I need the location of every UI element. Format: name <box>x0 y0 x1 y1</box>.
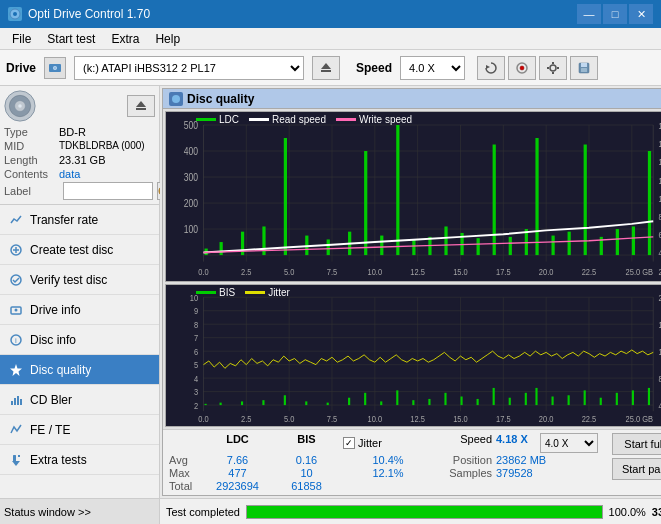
settings-button[interactable] <box>539 56 567 80</box>
transfer-rate-icon <box>8 212 24 228</box>
start-buttons: Start full Start part <box>612 433 661 480</box>
main-layout: Type BD-R MID TDKBLDRBA (000) Length 23.… <box>0 86 661 524</box>
svg-rect-181 <box>552 397 554 406</box>
total-bis: 61858 <box>274 480 339 492</box>
create-test-disc-icon <box>8 242 24 258</box>
max-ldc: 477 <box>205 467 270 479</box>
minimize-button[interactable]: — <box>577 4 601 24</box>
sidebar-item-fe-te[interactable]: FE / TE <box>0 415 159 445</box>
menu-help[interactable]: Help <box>147 30 188 48</box>
ldc-chart-svg: 500 400 300 200 100 18X 16X 14X 12X 10X … <box>166 112 661 281</box>
svg-text:22.5: 22.5 <box>582 415 597 425</box>
svg-rect-169 <box>364 393 366 405</box>
svg-text:400: 400 <box>184 145 198 157</box>
stats-empty <box>169 433 201 453</box>
close-button[interactable]: ✕ <box>629 4 653 24</box>
svg-text:100: 100 <box>184 223 198 235</box>
jitter-check[interactable]: ✓ Jitter <box>343 433 433 453</box>
verify-test-disc-icon <box>8 272 24 288</box>
svg-rect-165 <box>284 395 286 405</box>
svg-rect-35 <box>11 401 13 405</box>
maximize-button[interactable]: □ <box>603 4 627 24</box>
svg-rect-107 <box>552 236 555 256</box>
menu-file[interactable]: File <box>4 30 39 48</box>
nav-label-create-test-disc: Create test disc <box>30 243 113 257</box>
title-bar: Opti Drive Control 1.70 — □ ✕ <box>0 0 661 28</box>
svg-rect-6 <box>321 70 331 72</box>
svg-text:17.5: 17.5 <box>496 415 511 425</box>
bottom-status-bar: Test completed 100.0% 33:15 <box>160 498 661 524</box>
svg-rect-111 <box>616 229 619 255</box>
disc-contents-label: Contents <box>4 168 59 180</box>
sidebar-item-extra-tests[interactable]: Extra tests <box>0 445 159 475</box>
cd-bler-icon <box>8 392 24 408</box>
nav-label-disc-info: Disc info <box>30 333 76 347</box>
svg-text:4: 4 <box>194 374 199 384</box>
eject-button[interactable] <box>312 56 340 80</box>
drive-label: Drive <box>6 61 36 75</box>
samples-label: Samples <box>437 467 492 479</box>
disc-button[interactable] <box>508 56 536 80</box>
svg-point-42 <box>172 95 180 103</box>
svg-point-4 <box>54 67 56 69</box>
disc-quality-panel: Disc quality LDC Read speed Write speed <box>162 88 661 496</box>
sidebar-item-transfer-rate[interactable]: Transfer rate <box>0 205 159 235</box>
sidebar-item-verify-test-disc[interactable]: Verify test disc <box>0 265 159 295</box>
stats-max-row: Max 477 10 12.1% Samples 379528 <box>169 467 598 479</box>
sidebar-item-create-test-disc[interactable]: Create test disc <box>0 235 159 265</box>
sidebar-item-cd-bler[interactable]: CD Bler <box>0 385 159 415</box>
menu-extra[interactable]: Extra <box>103 30 147 48</box>
svg-text:17.5: 17.5 <box>496 266 511 277</box>
svg-text:25.0 GB: 25.0 GB <box>626 415 653 425</box>
svg-rect-113 <box>648 151 651 255</box>
save-button[interactable] <box>570 56 598 80</box>
svg-rect-14 <box>557 67 559 69</box>
svg-text:12.5: 12.5 <box>410 415 425 425</box>
app-icon <box>8 7 22 21</box>
avg-jitter: 10.4% <box>343 454 433 466</box>
disc-label-input[interactable] <box>63 182 153 200</box>
svg-text:2.5: 2.5 <box>241 415 252 425</box>
svg-rect-13 <box>547 67 549 69</box>
svg-rect-180 <box>535 388 537 405</box>
sidebar-item-disc-info[interactable]: i Disc info <box>0 325 159 355</box>
start-full-button[interactable]: Start full <box>612 433 661 455</box>
svg-rect-178 <box>509 398 511 405</box>
svg-rect-11 <box>552 62 554 64</box>
menu-start-test[interactable]: Start test <box>39 30 103 48</box>
svg-text:10.0: 10.0 <box>368 266 383 277</box>
sidebar-item-drive-info[interactable]: Drive info <box>0 295 159 325</box>
svg-rect-172 <box>412 400 414 405</box>
svg-rect-103 <box>493 145 496 256</box>
svg-rect-88 <box>220 242 223 255</box>
stats-ldc-header: LDC <box>205 433 270 453</box>
svg-text:25.0 GB: 25.0 GB <box>626 266 654 277</box>
nav-label-verify-test-disc: Verify test disc <box>30 273 107 287</box>
svg-rect-17 <box>581 68 587 72</box>
svg-text:20.0: 20.0 <box>539 266 554 277</box>
app-title: Opti Drive Control 1.70 <box>28 7 150 21</box>
speed-dropdown[interactable]: 4.0 X <box>540 433 598 453</box>
bis-chart: BIS Jitter <box>165 284 661 427</box>
drive-select[interactable]: (k:) ATAPI iHBS312 2 PL17 <box>74 56 304 80</box>
svg-point-31 <box>15 308 18 311</box>
stats-main-row: LDC BIS ✓ Jitter Speed 4.18 X 4.0 X <box>169 433 661 492</box>
write-speed-legend-label: Write speed <box>359 114 412 125</box>
disc-label-label: Label <box>4 185 59 197</box>
svg-text:22.5: 22.5 <box>582 266 597 277</box>
speed-select[interactable]: 4.0 X <box>400 56 465 80</box>
sidebar-item-disc-quality[interactable]: Disc quality <box>0 355 159 385</box>
refresh-button[interactable] <box>477 56 505 80</box>
disc-panel: Type BD-R MID TDKBLDRBA (000) Length 23.… <box>0 86 159 205</box>
svg-rect-166 <box>305 401 307 405</box>
start-part-button[interactable]: Start part <box>612 458 661 480</box>
disc-eject-button[interactable] <box>127 95 155 117</box>
jitter-legend-label: Jitter <box>268 287 290 298</box>
status-window-button[interactable]: Status window >> <box>0 498 159 524</box>
avg-label: Avg <box>169 454 201 466</box>
extra-tests-icon <box>8 452 24 468</box>
jitter-checkbox[interactable]: ✓ <box>343 437 355 449</box>
bis-legend-label: BIS <box>219 287 235 298</box>
avg-bis: 0.16 <box>274 454 339 466</box>
svg-rect-112 <box>632 226 635 255</box>
